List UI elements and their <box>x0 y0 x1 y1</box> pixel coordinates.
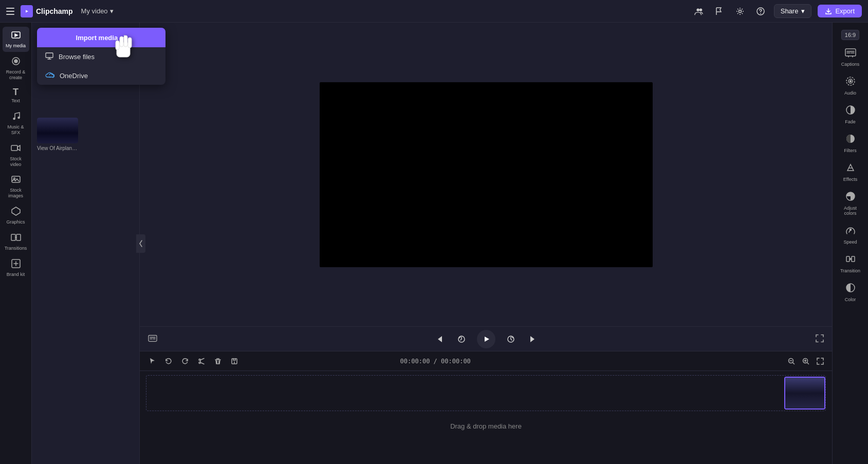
timeline-time-display: 00:00:00 / 00:00:00 <box>400 358 471 365</box>
project-title[interactable]: My video ▾ <box>81 7 114 15</box>
sidebar-music-label: Music & SFX <box>5 124 27 136</box>
fit-view-button[interactable] <box>815 356 826 367</box>
adjust-colors-icon <box>845 191 856 204</box>
rewind-button[interactable] <box>454 332 469 346</box>
sidebar-item-brand-kit[interactable]: Brand kit <box>3 255 29 281</box>
skip-forward-button[interactable] <box>526 332 541 346</box>
timeline-area: 00:00:00 / 00:00:00 <box>140 351 832 464</box>
record-icon <box>11 56 21 68</box>
aspect-ratio-button[interactable]: 16:9 <box>841 30 859 40</box>
right-tool-audio[interactable]: Audio <box>836 72 865 100</box>
media-thumbnails: View Of Airplane... <box>37 118 134 151</box>
play-button[interactable] <box>477 330 495 348</box>
stock-video-icon <box>11 143 21 155</box>
timeline-track <box>146 375 826 416</box>
svg-point-32 <box>849 229 851 231</box>
topbar-right: Share ▾ Export <box>692 4 862 18</box>
sidebar-item-label: My media <box>6 43 26 49</box>
svg-point-28 <box>849 81 851 82</box>
color-icon <box>845 283 856 295</box>
cut-button[interactable] <box>195 355 208 367</box>
svg-point-1 <box>699 8 702 11</box>
right-tool-transition[interactable]: Transition <box>836 250 865 277</box>
svg-point-6 <box>14 60 17 63</box>
right-tool-effects[interactable]: Effects <box>836 158 865 186</box>
right-tool-color[interactable]: Color <box>836 279 865 306</box>
main-content: My media Record & create T Text <box>0 23 868 464</box>
sidebar-item-transitions[interactable]: Transitions <box>3 229 29 254</box>
fade-icon <box>845 105 856 118</box>
logo-icon <box>21 5 33 17</box>
captions-icon <box>845 48 856 60</box>
right-tool-speed[interactable]: Speed <box>836 221 865 249</box>
timeline-clip[interactable] <box>784 377 825 410</box>
text-icon: T <box>13 87 19 97</box>
color-label: Color <box>845 297 856 302</box>
hamburger-menu[interactable] <box>6 6 16 16</box>
skip-back-button[interactable] <box>432 332 446 346</box>
share-people-icon[interactable] <box>692 4 706 18</box>
svg-rect-16 <box>46 53 53 58</box>
zoom-out-button[interactable] <box>786 356 797 367</box>
svg-rect-33 <box>846 256 849 262</box>
sidebar-item-stock-video[interactable]: Stock video <box>3 140 29 171</box>
onedrive-icon <box>45 71 54 80</box>
app-name: Clipchamp <box>36 7 73 15</box>
right-tool-adjust-colors[interactable]: Adjust colors <box>836 187 865 220</box>
sidebar-item-graphics[interactable]: Graphics <box>3 203 29 228</box>
timeline-track-inner[interactable] <box>146 375 826 411</box>
redo-button[interactable] <box>179 355 191 367</box>
sidebar-stock-images-label: Stock images <box>5 188 27 199</box>
import-media-button[interactable]: Import media + <box>37 28 165 47</box>
thumbnail-image <box>37 118 78 143</box>
transition-icon <box>845 254 856 267</box>
share-button[interactable]: Share ▾ <box>774 4 812 18</box>
sidebar-item-text[interactable]: T Text <box>3 84 29 107</box>
stock-images-icon <box>11 174 21 186</box>
undo-button[interactable] <box>162 355 175 367</box>
svg-rect-25 <box>845 49 856 56</box>
forward-button[interactable] <box>504 332 518 346</box>
zoom-in-button[interactable] <box>800 356 811 367</box>
save-button[interactable] <box>228 355 241 367</box>
drag-drop-label: Drag & drop media here <box>146 422 826 430</box>
browse-files-item[interactable]: Browse files <box>37 47 165 66</box>
playback-controls <box>140 326 832 351</box>
zoom-controls <box>786 356 826 367</box>
graphics-icon <box>11 206 21 218</box>
fade-label: Fade <box>845 119 856 124</box>
speed-icon <box>845 225 856 238</box>
export-button[interactable]: Export <box>818 5 862 17</box>
svg-rect-34 <box>852 256 855 262</box>
filters-icon <box>845 134 856 146</box>
video-preview <box>320 82 653 267</box>
help-icon[interactable] <box>753 4 768 18</box>
delete-button[interactable] <box>212 355 224 367</box>
captions-toggle-button[interactable] <box>148 335 157 343</box>
settings-icon[interactable] <box>733 4 747 18</box>
speed-label: Speed <box>843 239 857 245</box>
music-icon <box>11 111 21 123</box>
center-area: 00:00:00 / 00:00:00 <box>140 23 832 464</box>
svg-rect-9 <box>11 145 17 151</box>
transitions-icon <box>11 232 21 244</box>
svg-point-8 <box>18 117 20 119</box>
svg-rect-14 <box>16 234 21 240</box>
thumbnail-item[interactable] <box>37 118 78 143</box>
right-tool-captions[interactable]: Captions <box>836 44 865 71</box>
captions-label: Captions <box>841 62 860 67</box>
sidebar-item-stock-images[interactable]: Stock images <box>3 171 29 202</box>
timeline-content: Drag & drop media here <box>140 371 832 464</box>
sidebar-item-record[interactable]: Record & create <box>3 53 29 84</box>
svg-point-7 <box>13 118 15 120</box>
collapse-panel-button[interactable] <box>136 234 145 253</box>
sidebar-item-music[interactable]: Music & SFX <box>3 108 29 139</box>
sidebar-item-my-media[interactable]: My media <box>3 27 29 52</box>
fullscreen-button[interactable] <box>816 334 824 344</box>
right-tool-fade[interactable]: Fade <box>836 101 865 128</box>
right-tool-filters[interactable]: Filters <box>836 129 865 157</box>
onedrive-item[interactable]: OneDrive <box>37 66 165 85</box>
select-tool-button[interactable] <box>146 355 158 367</box>
flag-icon[interactable] <box>712 4 727 18</box>
topbar-left: Clipchamp My video ▾ <box>6 5 692 17</box>
